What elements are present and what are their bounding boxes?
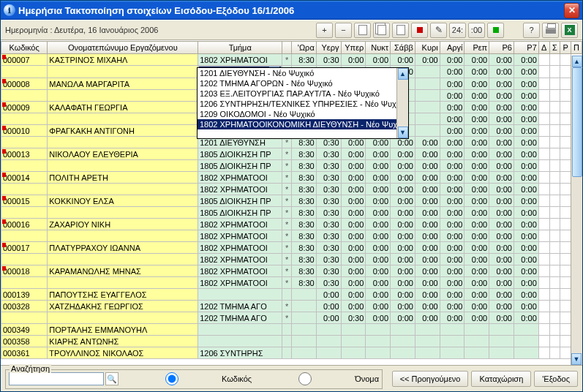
col-p7[interactable]: Ρ7 [514, 42, 539, 54]
col-s[interactable]: Σ [549, 42, 560, 54]
col-nykt[interactable]: Νυκτ [366, 42, 391, 54]
document-icon [396, 25, 405, 35]
app-window: ℹ Ημερήσια Τακτοποίηση στοιχείων Εισόδου… [0, 0, 583, 392]
titlebar: ℹ Ημερήσια Τακτοποίηση στοιχείων Εισόδου… [1, 1, 582, 20]
scroll-thumb[interactable] [572, 67, 582, 177]
table-row[interactable]: 000016ΖΑΧΑΡΙΟΥ ΝΙΚΗ1802 ΧΡΗΜΑΤΟΟΙ*8:300:… [1, 219, 582, 230]
date-label: Ημερομηνία : Δευτέρα, 16 Ιανουάριος 2006 [5, 26, 158, 34]
footer: Αναζήτηση 🔍 Κωδικός Όνομα << Προηγούμενο… [1, 365, 582, 391]
magnifier-icon: 🔍 [107, 374, 117, 384]
col-hour[interactable]: 'Ωρα [291, 42, 316, 54]
scroll-down-icon[interactable]: ▼ [571, 353, 582, 365]
search-input[interactable] [9, 372, 104, 385]
add-button[interactable]: + [316, 23, 333, 38]
stop-button[interactable] [411, 23, 428, 38]
col-p[interactable]: Π [571, 42, 582, 54]
prev-button[interactable]: << Προηγούμενο [392, 371, 469, 387]
excel-button[interactable]: X [561, 23, 578, 38]
radio-name[interactable]: Όνομα [257, 372, 379, 385]
table-row[interactable]: 000017ΠΛΑΤΥΡΡΑΧΟΥ ΙΩΑΝΝΑ1802 ΧΡΗΜΑΤΟΟΙ*8… [1, 242, 582, 254]
printer-icon [546, 26, 556, 34]
go-button[interactable] [487, 23, 504, 38]
table-row[interactable]: 1202 ΤΜΗΜΑ ΑΓΟ*0:000:300:000:000:000:000… [1, 312, 582, 324]
dropdown-item[interactable]: 1201 ΔΙΕΥΘΥΝΣΗ - Νέο Ψυχικό [198, 68, 408, 78]
table-row[interactable]: 1802 ΧΡΗΜΑΤΟΟΙ*8:300:300:000:000:000:000… [1, 184, 582, 195]
col-argi[interactable]: Αργί [440, 42, 464, 54]
data-grid: Κωδικός Ονοματεπώνυμο Εργαζόμενου Τμήμα … [1, 40, 582, 365]
remove-button[interactable]: − [335, 23, 352, 38]
table-row[interactable]: 1802 ΧΡΗΜΑΤΟΟΙ*8:300:300:000:000:000:000… [1, 254, 582, 265]
document-icon [358, 25, 367, 35]
table-row[interactable]: 000361ΤΡΟΥΛΛΙΝΟΣ ΝΙΚΟΛΑΟΣ1206 ΣΥΝΤΗΡΗΣ [1, 347, 582, 359]
search-button[interactable]: 🔍 [105, 372, 119, 385]
time-24-button[interactable]: 24: [449, 23, 466, 38]
search-label: Αναζήτηση [10, 364, 51, 373]
documents-icon [377, 25, 386, 35]
infobar: Ημερομηνία : Δευτέρα, 16 Ιανουάριος 2006… [1, 20, 582, 40]
table-row[interactable]: 000328ΧΑΤΖΗΔΑΚΗΣ ΓΕΩΡΓΙΟΣ1202 ΤΜΗΜΑ ΑΓΟ*… [1, 301, 582, 312]
exit-button[interactable]: 'Εξοδος [534, 371, 578, 387]
dropdown-item[interactable]: 1206 ΣΥΝΤΗΡΗΣΗ/ΤΕΧΝΙΚΕΣ ΥΠΗΡΕΣΙΕΣ - Νέο … [198, 99, 408, 109]
col-name[interactable]: Ονοματεπώνυμο Εργαζόμενου [48, 42, 198, 54]
footer-buttons: << Προηγούμενο Καταχώριση 'Εξοδος [392, 371, 578, 387]
col-star[interactable] [282, 42, 292, 54]
dept-dropdown-list[interactable]: 1201 ΔΙΕΥΘΥΝΣΗ - Νέο Ψυχικό1202 ΤΜΗΜΑ ΑΓ… [197, 67, 409, 139]
table-row[interactable]: 1805 ΔΙΟΙΚΗΣΗ ΠΡ*8:300:300:000:000:000:0… [1, 160, 582, 172]
red-square-icon [417, 27, 423, 33]
radio-code[interactable]: Κωδικός [124, 372, 252, 385]
app-icon: ℹ [4, 4, 15, 16]
col-code[interactable]: Κωδικός [1, 42, 48, 54]
dropdown-item[interactable]: 1202 ΤΜΗΜΑ ΑΓΟΡΩΝ - Νέο Ψυχικό [198, 78, 408, 88]
window-title: Ημερήσια Τακτοποίηση στοιχείων Εισόδου-Ε… [18, 5, 294, 16]
blank-doc-button[interactable] [392, 23, 409, 38]
col-rep[interactable]: Ρεπ [464, 42, 489, 54]
dropdown-item[interactable]: 1209 ΟΙΚΟΔΟΜΟΙ - Νέο Ψυχικό [198, 109, 408, 119]
table-row[interactable]: 1802 ΧΡΗΜΑΤΟΟΙ*8:300:300:000:000:000:000… [1, 277, 582, 289]
table-row[interactable]: 1805 ΔΙΟΙΚΗΣΗ ΠΡ*8:300:300:000:000:000:0… [1, 207, 582, 219]
col-r[interactable]: Ρ [560, 42, 571, 54]
edit-icon: ✎ [435, 25, 443, 35]
table-row[interactable]: 000007ΚΑΣΤΡΙΝΟΣ ΜΙΧΑΗΛ1802 ΧΡΗΜΑΤΟΟΙ*8:3… [1, 54, 582, 66]
dropdown-scrollbar[interactable]: ▲ ▼ [396, 68, 408, 138]
time-00-button[interactable]: :00 [468, 23, 485, 38]
table-row[interactable]: 000013ΝΙΚΟΛΑΟΥ ΕΛΕΥΘΕΡΙΑ1805 ΔΙΟΙΚΗΣΗ ΠΡ… [1, 148, 582, 160]
copy-doc-button[interactable] [354, 23, 371, 38]
col-p6[interactable]: Ρ6 [489, 42, 514, 54]
col-savv[interactable]: Σάββ [391, 42, 415, 54]
dropdown-item[interactable]: 1203 ΕΞ.ΛΕΙΤΟΥΡΓΙΑΣ ΠΑΡ.ΑΥΤ/ΤΑ - Νέο Ψυχ… [198, 88, 408, 99]
grid-scrollbar[interactable]: ▲ ▼ [571, 56, 582, 365]
col-yerg[interactable]: Υεργ [316, 42, 341, 54]
close-button[interactable]: ✕ [564, 3, 579, 18]
table-row[interactable]: 000018ΚΑΡΑΜΑΝΩΛΗΣ ΜΗΝΑΣ1802 ΧΡΗΜΑΤΟΟΙ*8:… [1, 265, 582, 277]
save-button[interactable]: Καταχώριση [471, 371, 531, 387]
edit-doc-button[interactable]: ✎ [430, 23, 447, 38]
scroll-up-icon[interactable]: ▲ [398, 68, 408, 80]
col-kyri[interactable]: Κυρι [415, 42, 440, 54]
toolbar: + − ✎ 24: :00 ? X [316, 23, 578, 38]
dropdown-item[interactable]: 1802 ΧΡΗΜΑΤΟΟΙΚΟΝΟΜΙΚΗ ΔΙΕΥΘΥΝΣΗ - Νέο Ψ… [198, 119, 408, 129]
scroll-down-icon[interactable]: ▼ [398, 127, 408, 138]
col-yper[interactable]: Υπερ [341, 42, 366, 54]
table-row[interactable]: 000015ΚΟΚΚΙΝΟΥ ΕΛΣΑ1805 ΔΙΟΙΚΗΣΗ ΠΡ*8:30… [1, 195, 582, 207]
table-row[interactable]: 000349ΠΟΡΤΑΛΗΣ ΕΜΜΑΝΟΥΗΛ [1, 324, 582, 336]
table-row[interactable]: 000139ΠΑΠΟΥΤΣΗΣ ΕΥΑΓΓΕΛΟΣ0:000:000:000:0… [1, 289, 582, 301]
table-row[interactable]: 000358ΚΙΑΡΗΣ ΑΝΤΩΝΗΣ [1, 336, 582, 347]
header-row: Κωδικός Ονοματεπώνυμο Εργαζόμενου Τμήμα … [1, 42, 582, 54]
green-square-icon [493, 27, 499, 33]
search-group: Αναζήτηση 🔍 Κωδικός Όνομα [5, 369, 383, 389]
excel-icon: X [565, 25, 575, 35]
help-button[interactable]: ? [523, 23, 540, 38]
scroll-up-icon[interactable]: ▲ [572, 56, 582, 67]
table-row[interactable]: 1802 ΧΡΗΜΑΤΟΟΙ*8:300:300:000:000:000:000… [1, 230, 582, 242]
table-row[interactable]: 000014ΠΟΛΙΤΗ ΑΡΕΤΗ1802 ΧΡΗΜΑΤΟΟΙ*8:300:3… [1, 172, 582, 184]
col-d[interactable]: Δ [538, 42, 549, 54]
col-dept[interactable]: Τμήμα [198, 42, 282, 54]
copy-docs-button[interactable] [373, 23, 390, 38]
print-button[interactable] [542, 23, 559, 38]
